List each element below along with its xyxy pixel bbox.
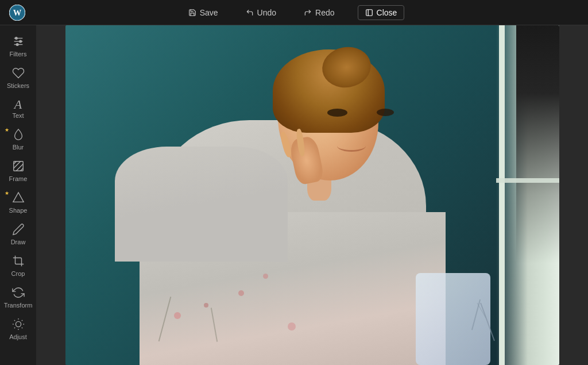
frame-icon [12,160,25,174]
svg-point-8 [19,40,21,43]
sidebar-item-shape[interactable]: ★ Shape [0,187,37,217]
transform-icon [12,286,25,301]
sidebar-item-transform[interactable]: Transform [0,282,37,312]
text-icon: A [14,98,22,111]
sidebar-item-blur[interactable]: ★ Blur [0,124,37,154]
svg-rect-3 [366,9,372,16]
wordpress-logo: W [9,5,25,21]
blur-icon [12,128,25,143]
blur-star-badge: ★ [5,127,9,133]
svg-text:W: W [13,8,22,17]
svg-line-16 [21,328,22,328]
image-area [37,25,588,365]
svg-line-15 [14,320,14,321]
adjust-icon [12,318,25,332]
filters-icon [12,35,25,49]
redo-button[interactable]: Redo [299,6,339,20]
sidebar-item-stickers[interactable]: Stickers [0,62,37,93]
save-button[interactable]: Save [184,6,223,20]
photo-canvas [65,25,559,365]
svg-line-19 [14,328,14,328]
stickers-icon [12,67,25,81]
sidebar-item-frame[interactable]: Frame [0,155,37,186]
sidebar-item-draw[interactable]: Draw [0,218,37,249]
close-button[interactable]: Close [358,5,405,20]
topbar: W Save Undo Redo Close [0,0,588,25]
undo-button[interactable]: Undo [241,6,281,20]
svg-marker-11 [13,193,23,202]
svg-point-12 [16,321,21,326]
crop-icon [12,255,25,269]
sidebar-item-text[interactable]: A Text [0,94,37,122]
svg-point-9 [16,44,18,46]
main-area: Filters Stickers A Text ★ Blur [0,25,588,365]
sidebar-item-adjust[interactable]: Adjust [0,313,37,344]
draw-icon [12,223,25,237]
svg-point-7 [15,37,17,40]
shape-icon [12,191,25,206]
sidebar: Filters Stickers A Text ★ Blur [0,25,37,365]
photo-background [65,25,559,365]
sidebar-item-filters[interactable]: Filters [0,30,37,61]
svg-line-20 [21,320,22,321]
shape-star-badge: ★ [5,190,9,196]
sidebar-item-crop[interactable]: Crop [0,250,37,281]
